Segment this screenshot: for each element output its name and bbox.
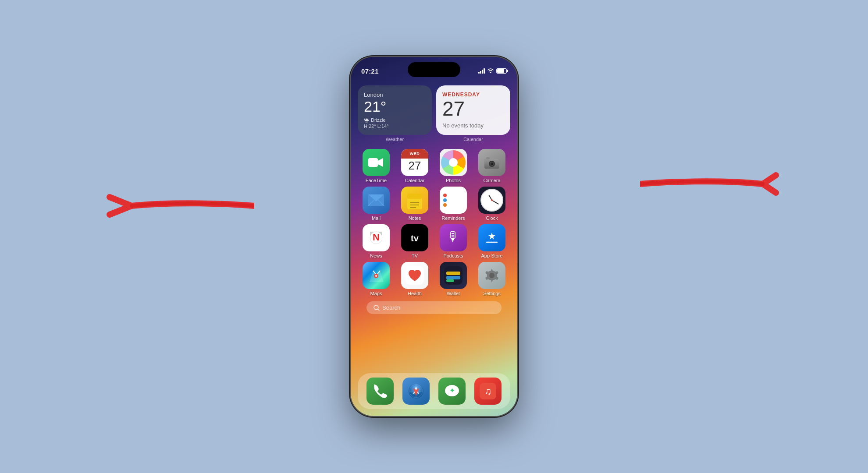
tv-icon: tv	[401, 224, 428, 251]
svg-text:N: N	[373, 232, 380, 243]
svg-rect-29	[446, 272, 460, 275]
search-placeholder: Search	[382, 304, 400, 311]
dock-music[interactable]: ♫	[474, 378, 502, 405]
maps-icon	[363, 262, 390, 289]
weather-temp: 21°	[364, 99, 426, 114]
app-grid: FaceTime WED 27 Calendar Photos	[358, 149, 510, 296]
svg-point-26	[375, 275, 377, 277]
app-mail[interactable]: Mail	[358, 187, 395, 221]
photos-label: Photos	[446, 178, 461, 183]
app-reminders[interactable]: Reminders	[435, 187, 472, 221]
right-arrow	[640, 166, 780, 201]
search-icon	[374, 305, 380, 311]
podcasts-icon: 🎙	[440, 224, 467, 251]
health-label: Health	[408, 291, 422, 296]
app-maps[interactable]: Maps	[358, 262, 395, 296]
facetime-label: FaceTime	[366, 178, 387, 183]
podcasts-label: Podcasts	[443, 253, 463, 258]
dock-phone[interactable]	[366, 378, 394, 405]
calendar-no-events: No events today	[442, 122, 504, 129]
wifi-icon	[487, 67, 494, 74]
svg-text:✦: ✦	[449, 387, 455, 394]
app-news[interactable]: N News	[358, 224, 395, 258]
clock-icon	[478, 187, 505, 214]
calendar-widget[interactable]: WEDNESDAY 27 No events today	[436, 85, 510, 135]
app-health[interactable]: Health	[396, 262, 433, 296]
svg-rect-30	[446, 276, 460, 279]
camera-icon	[478, 149, 505, 176]
photos-icon	[440, 149, 467, 176]
svg-rect-31	[446, 279, 454, 282]
facetime-icon	[363, 149, 390, 176]
app-tv[interactable]: tv TV	[396, 224, 433, 258]
app-notes[interactable]: Notes	[396, 187, 433, 221]
svg-marker-1	[378, 158, 383, 167]
calendar-day-name: WEDNESDAY	[442, 92, 504, 98]
svg-text:🎙: 🎙	[447, 229, 460, 244]
signal-bars-icon	[478, 68, 485, 74]
weather-widget-label: Weather	[386, 137, 404, 142]
camera-label: Camera	[483, 178, 500, 183]
left-arrow	[96, 188, 254, 223]
dock-safari[interactable]	[402, 378, 430, 405]
weather-condition: Drizzle	[371, 117, 386, 123]
dynamic-island	[408, 62, 460, 77]
tv-label: TV	[412, 253, 418, 258]
weather-widget[interactable]: London 21° 🌦 Drizzle H:22° L:14°	[358, 85, 432, 135]
status-time: 07:21	[361, 67, 379, 75]
calendar-label: Calendar	[405, 178, 425, 183]
news-label: News	[370, 253, 382, 258]
news-icon: N	[363, 224, 390, 251]
wallet-label: Wallet	[447, 291, 460, 296]
svg-text:tv: tv	[411, 233, 419, 243]
reminders-icon	[440, 187, 467, 214]
health-icon	[401, 262, 428, 289]
app-settings[interactable]: Settings	[473, 262, 510, 296]
maps-label: Maps	[370, 291, 382, 296]
drizzle-icon: 🌦	[364, 117, 369, 123]
appstore-label: App Store	[481, 253, 503, 258]
calendar-day-number: 27	[442, 99, 504, 119]
calendar-icon: WED 27	[401, 149, 428, 176]
svg-text:♫: ♫	[484, 386, 492, 397]
weather-city: London	[364, 92, 426, 98]
phone-device: 07:21	[351, 57, 517, 416]
app-facetime[interactable]: FaceTime	[358, 149, 395, 183]
settings-icon	[478, 262, 505, 289]
app-wallet[interactable]: Wallet	[435, 262, 472, 296]
app-clock[interactable]: Clock	[473, 187, 510, 221]
phone-content: London 21° 🌦 Drizzle H:22° L:14°	[351, 79, 517, 416]
appstore-icon	[478, 224, 505, 251]
widgets-row: London 21° 🌦 Drizzle H:22° L:14°	[358, 85, 510, 143]
calendar-icon-day: WED	[401, 149, 428, 159]
dock-messages[interactable]: ✦	[438, 378, 466, 405]
app-appstore[interactable]: App Store	[473, 224, 510, 258]
search-bar[interactable]: Search	[366, 301, 502, 314]
notes-label: Notes	[409, 215, 421, 221]
phone-frame: 07:21	[351, 57, 517, 416]
wallet-icon	[440, 262, 467, 289]
clock-label: Clock	[486, 215, 498, 221]
app-podcasts[interactable]: 🎙 Podcasts	[435, 224, 472, 258]
status-icons	[478, 67, 507, 74]
settings-label: Settings	[483, 291, 501, 296]
svg-rect-8	[486, 157, 490, 159]
app-calendar[interactable]: WED 27 Calendar	[396, 149, 433, 183]
weather-highlow: H:22° L:14°	[364, 124, 426, 129]
svg-point-7	[491, 162, 491, 163]
app-photos[interactable]: Photos	[435, 149, 472, 183]
svg-rect-0	[368, 158, 378, 167]
svg-rect-14	[407, 194, 422, 199]
calendar-icon-date: 27	[409, 159, 421, 173]
reminders-label: Reminders	[441, 215, 465, 221]
dock: ✦ ♫	[358, 373, 510, 409]
notes-icon	[401, 187, 428, 214]
mail-icon	[363, 187, 390, 214]
calendar-widget-label: Calendar	[463, 137, 483, 142]
svg-line-34	[378, 309, 379, 311]
app-camera[interactable]: Camera	[473, 149, 510, 183]
mail-label: Mail	[372, 215, 381, 221]
battery-icon	[496, 68, 507, 74]
